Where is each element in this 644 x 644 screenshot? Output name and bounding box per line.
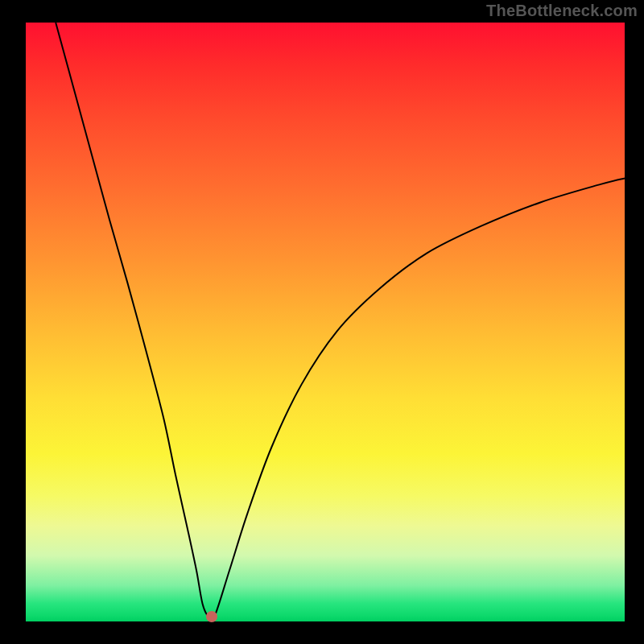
chart-root: TheBottleneck.com <box>0 0 644 644</box>
bottleneck-curve <box>56 23 625 621</box>
watermark-text: TheBottleneck.com <box>486 2 638 20</box>
min-point-marker <box>206 611 217 622</box>
curve-svg <box>26 23 625 621</box>
plot-area <box>26 23 625 621</box>
